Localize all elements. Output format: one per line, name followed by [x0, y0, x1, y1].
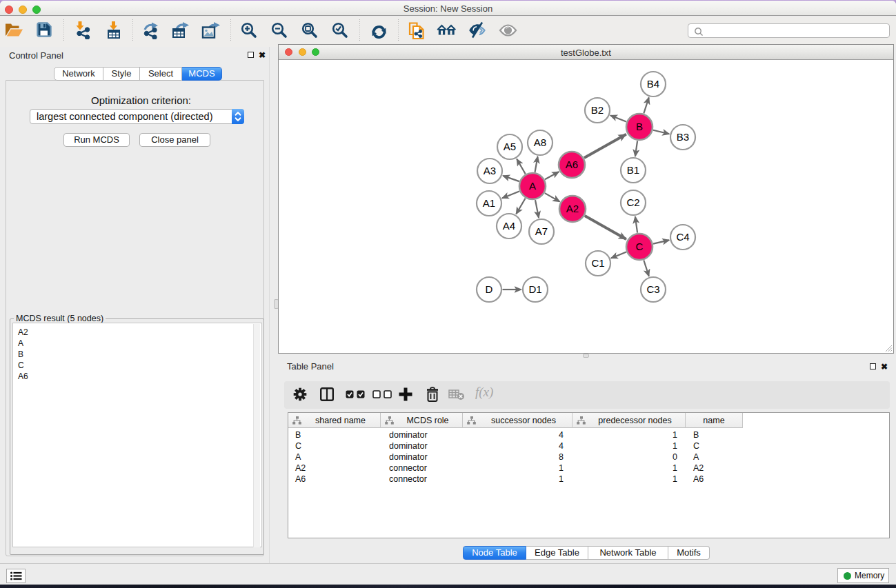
svg-text:A: A: [529, 180, 536, 192]
svg-text:C1: C1: [591, 257, 604, 269]
svg-text:C: C: [636, 241, 644, 252]
svg-text:B4: B4: [647, 78, 659, 90]
svg-text:A7: A7: [535, 225, 548, 237]
svg-text:B3: B3: [677, 131, 689, 143]
svg-text:A4: A4: [503, 220, 515, 232]
svg-text:B2: B2: [591, 104, 604, 116]
svg-text:A1: A1: [483, 197, 495, 209]
svg-text:B1: B1: [627, 164, 639, 176]
svg-text:A2: A2: [566, 203, 579, 214]
svg-text:C4: C4: [676, 231, 689, 243]
svg-text:D: D: [486, 283, 493, 295]
svg-text:B: B: [636, 121, 643, 132]
svg-text:C3: C3: [646, 283, 659, 295]
svg-text:A5: A5: [504, 141, 516, 152]
svg-text:C2: C2: [626, 196, 639, 208]
svg-text:A8: A8: [534, 136, 546, 148]
svg-text:A6: A6: [566, 159, 578, 170]
svg-text:D1: D1: [528, 283, 541, 295]
svg-text:A3: A3: [484, 165, 496, 176]
